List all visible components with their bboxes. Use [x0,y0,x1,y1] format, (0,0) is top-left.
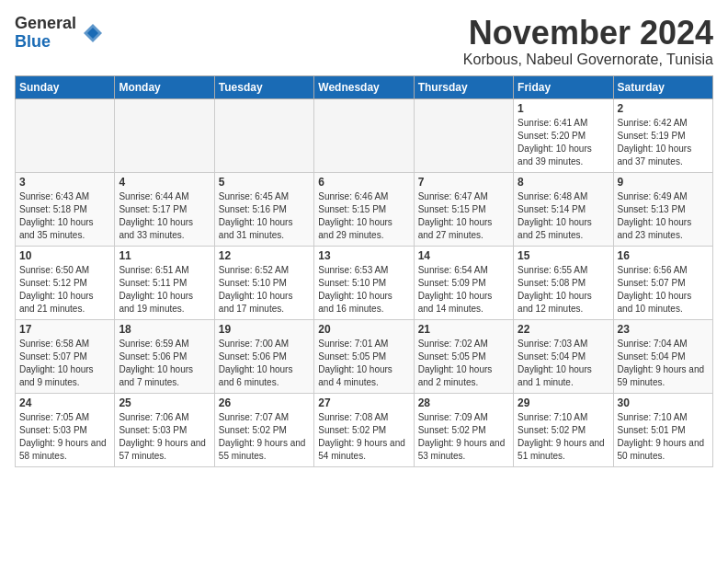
day-info: Sunrise: 6:54 AMSunset: 5:09 PMDaylight:… [418,265,493,314]
day-number: 16 [618,249,709,262]
week-row-4: 24 Sunrise: 7:05 AMSunset: 5:03 PMDaylig… [16,393,713,466]
day-cell [16,98,115,172]
day-cell: 3 Sunrise: 6:43 AMSunset: 5:18 PMDayligh… [16,172,115,246]
day-cell: 22 Sunrise: 7:03 AMSunset: 5:04 PMDaylig… [514,319,613,393]
day-cell: 26 Sunrise: 7:07 AMSunset: 5:02 PMDaylig… [214,393,313,466]
day-number: 21 [418,323,509,336]
day-number: 1 [518,102,609,115]
day-number: 8 [518,176,609,189]
day-number: 6 [318,176,409,189]
day-cell: 9 Sunrise: 6:49 AMSunset: 5:13 PMDayligh… [613,172,712,246]
day-number: 30 [618,396,709,409]
day-info: Sunrise: 7:05 AMSunset: 5:03 PMDaylight:… [19,412,107,461]
calendar-table: SundayMondayTuesdayWednesdayThursdayFrid… [15,75,713,467]
day-number: 22 [518,323,609,336]
header-sunday: Sunday [16,75,115,98]
day-cell: 10 Sunrise: 6:50 AMSunset: 5:12 PMDaylig… [16,246,115,319]
header-monday: Monday [115,75,214,98]
day-info: Sunrise: 6:59 AMSunset: 5:06 PMDaylight:… [119,339,193,387]
day-info: Sunrise: 6:56 AMSunset: 5:07 PMDaylight:… [618,265,692,314]
page-header: General Blue November 2024 Korbous, Nabe… [15,15,713,68]
day-cell: 14 Sunrise: 6:54 AMSunset: 5:09 PMDaylig… [414,246,513,319]
day-info: Sunrise: 6:45 AMSunset: 5:16 PMDaylight:… [219,191,293,240]
day-cell: 13 Sunrise: 6:53 AMSunset: 5:10 PMDaylig… [314,246,414,319]
day-number: 3 [19,176,110,189]
location: Korbous, Nabeul Governorate, Tunisia [463,52,713,68]
week-row-2: 10 Sunrise: 6:50 AMSunset: 5:12 PMDaylig… [16,246,713,319]
logo: General Blue [15,15,106,52]
day-number: 20 [318,323,409,336]
day-info: Sunrise: 7:00 AMSunset: 5:06 PMDaylight:… [219,339,293,387]
logo-icon [80,20,106,46]
day-info: Sunrise: 7:10 AMSunset: 5:01 PMDaylight:… [618,412,705,461]
title-block: November 2024 Korbous, Nabeul Governorat… [463,15,713,68]
day-number: 5 [219,176,310,189]
day-info: Sunrise: 6:58 AMSunset: 5:07 PMDaylight:… [19,339,94,387]
header-wednesday: Wednesday [314,75,414,98]
day-info: Sunrise: 6:49 AMSunset: 5:13 PMDaylight:… [618,191,692,240]
day-info: Sunrise: 7:08 AMSunset: 5:02 PMDaylight:… [318,412,405,461]
day-info: Sunrise: 6:44 AMSunset: 5:17 PMDaylight:… [119,191,193,240]
day-info: Sunrise: 7:03 AMSunset: 5:04 PMDaylight:… [518,339,592,387]
day-cell: 30 Sunrise: 7:10 AMSunset: 5:01 PMDaylig… [613,393,712,466]
month-title: November 2024 [463,15,713,52]
day-number: 10 [19,249,110,262]
day-number: 24 [19,396,110,409]
day-cell: 2 Sunrise: 6:42 AMSunset: 5:19 PMDayligh… [613,98,712,172]
day-info: Sunrise: 6:51 AMSunset: 5:11 PMDaylight:… [119,265,193,314]
day-cell [214,98,313,172]
day-number: 26 [219,396,310,409]
day-number: 15 [518,249,609,262]
day-info: Sunrise: 7:04 AMSunset: 5:04 PMDaylight:… [618,339,705,387]
day-cell: 24 Sunrise: 7:05 AMSunset: 5:03 PMDaylig… [16,393,115,466]
week-row-0: 1 Sunrise: 6:41 AMSunset: 5:20 PMDayligh… [16,98,713,172]
day-number: 25 [119,396,210,409]
day-cell [115,98,214,172]
day-number: 9 [618,176,709,189]
day-cell [414,98,513,172]
day-info: Sunrise: 7:09 AMSunset: 5:02 PMDaylight:… [418,412,506,461]
day-number: 13 [318,249,409,262]
day-info: Sunrise: 6:42 AMSunset: 5:19 PMDaylight:… [618,118,692,167]
day-info: Sunrise: 6:41 AMSunset: 5:20 PMDaylight:… [518,118,592,167]
day-info: Sunrise: 6:53 AMSunset: 5:10 PMDaylight:… [318,265,392,314]
day-info: Sunrise: 7:10 AMSunset: 5:02 PMDaylight:… [518,412,605,461]
day-cell: 5 Sunrise: 6:45 AMSunset: 5:16 PMDayligh… [214,172,313,246]
day-number: 23 [618,323,709,336]
day-cell: 15 Sunrise: 6:55 AMSunset: 5:08 PMDaylig… [514,246,613,319]
header-thursday: Thursday [414,75,513,98]
day-cell: 28 Sunrise: 7:09 AMSunset: 5:02 PMDaylig… [414,393,513,466]
day-info: Sunrise: 7:01 AMSunset: 5:05 PMDaylight:… [318,339,392,387]
day-info: Sunrise: 6:52 AMSunset: 5:10 PMDaylight:… [219,265,293,314]
day-info: Sunrise: 6:46 AMSunset: 5:15 PMDaylight:… [318,191,392,240]
day-info: Sunrise: 7:02 AMSunset: 5:05 PMDaylight:… [418,339,493,387]
day-number: 19 [219,323,310,336]
logo-blue: Blue [15,33,76,52]
day-number: 27 [318,396,409,409]
day-cell: 7 Sunrise: 6:47 AMSunset: 5:15 PMDayligh… [414,172,513,246]
day-cell: 11 Sunrise: 6:51 AMSunset: 5:11 PMDaylig… [115,246,214,319]
day-cell: 21 Sunrise: 7:02 AMSunset: 5:05 PMDaylig… [414,319,513,393]
day-info: Sunrise: 6:50 AMSunset: 5:12 PMDaylight:… [19,265,94,314]
day-number: 4 [119,176,210,189]
day-cell: 25 Sunrise: 7:06 AMSunset: 5:03 PMDaylig… [115,393,214,466]
day-cell: 12 Sunrise: 6:52 AMSunset: 5:10 PMDaylig… [214,246,313,319]
day-info: Sunrise: 7:06 AMSunset: 5:03 PMDaylight:… [119,412,206,461]
day-info: Sunrise: 6:43 AMSunset: 5:18 PMDaylight:… [19,191,94,240]
day-info: Sunrise: 6:47 AMSunset: 5:15 PMDaylight:… [418,191,493,240]
day-cell: 29 Sunrise: 7:10 AMSunset: 5:02 PMDaylig… [514,393,613,466]
day-cell [314,98,414,172]
day-info: Sunrise: 6:48 AMSunset: 5:14 PMDaylight:… [518,191,592,240]
day-cell: 19 Sunrise: 7:00 AMSunset: 5:06 PMDaylig… [214,319,313,393]
day-number: 11 [119,249,210,262]
logo-general: General [15,15,76,33]
day-number: 28 [418,396,509,409]
header-saturday: Saturday [613,75,712,98]
header-friday: Friday [514,75,613,98]
day-cell: 1 Sunrise: 6:41 AMSunset: 5:20 PMDayligh… [514,98,613,172]
day-number: 7 [418,176,509,189]
day-info: Sunrise: 7:07 AMSunset: 5:02 PMDaylight:… [219,412,306,461]
header-row: SundayMondayTuesdayWednesdayThursdayFrid… [16,75,713,98]
day-cell: 4 Sunrise: 6:44 AMSunset: 5:17 PMDayligh… [115,172,214,246]
day-number: 29 [518,396,609,409]
